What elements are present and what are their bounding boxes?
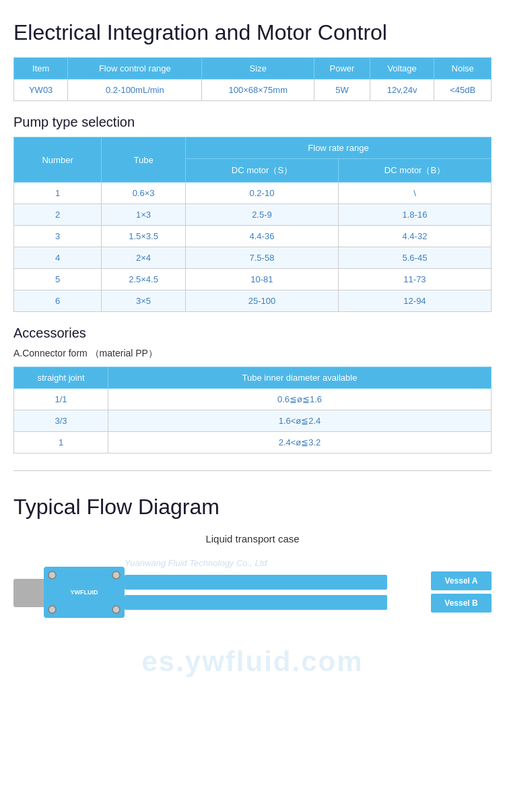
acc-diameter: 2.4<ø≦3.2 — [108, 432, 492, 454]
acc-joint: 3/3 — [14, 410, 108, 432]
pump-header-flow-range: Flow rate range — [185, 137, 491, 159]
main-title: Electrical Integration and Motor Control — [13, 20, 492, 45]
pump-dc-s: 25-100 — [185, 290, 338, 312]
flow-diagram-section: Typical Flow Diagram Liquid transport ca… — [13, 488, 492, 685]
left-tube — [13, 579, 47, 607]
company-overlay: Yuanwang Fluid Technology Co., Ltd — [125, 558, 267, 568]
pump-tube: 3×5 — [102, 290, 186, 312]
acc-joint: 1/1 — [14, 389, 108, 410]
pump-tube: 0.6×3 — [102, 183, 186, 204]
acc-diameter: 1.6<ø≦2.4 — [108, 410, 492, 432]
screw-br — [112, 605, 121, 614]
vessel-a: Vessel A — [431, 571, 492, 590]
pump-dc-b: 12-94 — [338, 290, 491, 312]
pump-dc-b: \ — [338, 183, 491, 204]
accessories-table: straight joint Tube inner diameter avail… — [13, 367, 492, 454]
acc-diameter: 0.6≦ø≦1.6 — [108, 389, 492, 410]
pump-tube: 2×4 — [102, 247, 186, 269]
pump-dc-b: 5.6-45 — [338, 247, 491, 269]
table-row: 1 2.4<ø≦3.2 — [14, 432, 492, 454]
pump-num: 2 — [14, 204, 102, 226]
electrical-header-voltage: Voltage — [370, 58, 434, 80]
pump-label: YWFLUID — [71, 589, 98, 596]
elec-flow: 0.2-100mL/min — [68, 80, 202, 101]
flow-diagram: YWFLUID Yuanwang Fluid Technology Co., L… — [13, 555, 492, 642]
table-row: 4 2×4 7.5-58 5.6-45 — [14, 247, 492, 269]
pump-dc-s: 4.4-36 — [185, 226, 338, 247]
table-row: 6 3×5 25-100 12-94 — [14, 290, 492, 312]
accessories-section-title: Accessories — [13, 325, 492, 341]
section-divider — [13, 470, 492, 471]
table-row: 3 1.5×3.5 4.4-36 4.4-32 — [14, 226, 492, 247]
table-row: YW03 0.2-100mL/min 100×68×75mm 5W 12v,24… — [14, 80, 492, 101]
table-row: 2 1×3 2.5-9 1.8-16 — [14, 204, 492, 226]
elec-size: 100×68×75mm — [202, 80, 314, 101]
pump-dc-s: 0.2-10 — [185, 183, 338, 204]
elec-noise: <45dB — [434, 80, 492, 101]
pump-dc-b: 11-73 — [338, 269, 491, 290]
electrical-header-size: Size — [202, 58, 314, 80]
acc-header-joint: straight joint — [14, 367, 108, 389]
pump-dc-s: 10-81 — [185, 269, 338, 290]
pump-num: 4 — [14, 247, 102, 269]
table-row: 1 0.6×3 0.2-10 \ — [14, 183, 492, 204]
pump-body: YWFLUID — [44, 567, 125, 618]
pump-num: 6 — [14, 290, 102, 312]
table-row: 3/3 1.6<ø≦2.4 — [14, 410, 492, 432]
elec-voltage: 12v,24v — [370, 80, 434, 101]
pump-tube: 1×3 — [102, 204, 186, 226]
pump-section-title: Pump type selection — [13, 115, 492, 130]
pump-tube: 2.5×4.5 — [102, 269, 186, 290]
pump-table: Number Tube Flow rate range DC motor（S） … — [13, 137, 492, 312]
tube-bottom — [125, 595, 387, 610]
flow-title: Typical Flow Diagram — [13, 495, 492, 520]
accessories-subtitle: A.Connector form （material PP） — [13, 348, 492, 360]
pump-header-dc-s: DC motor（S） — [185, 159, 338, 183]
flow-subtitle: Liquid transport case — [13, 533, 492, 544]
elec-item: YW03 — [14, 80, 68, 101]
watermark: es.ywfluid.com — [13, 646, 492, 678]
pump-header-tube: Tube — [102, 137, 186, 183]
pump-header-number: Number — [14, 137, 102, 183]
acc-joint: 1 — [14, 432, 108, 454]
pump-num: 3 — [14, 226, 102, 247]
electrical-header-flow-control: Flow control range — [68, 58, 202, 80]
pump-dc-b: 4.4-32 — [338, 226, 491, 247]
table-row: 1/1 0.6≦ø≦1.6 — [14, 389, 492, 410]
elec-power: 5W — [314, 80, 370, 101]
electrical-header-noise: Noise — [434, 58, 492, 80]
electrical-header-item: Item — [14, 58, 68, 80]
pump-num: 5 — [14, 269, 102, 290]
electrical-header-power: Power — [314, 58, 370, 80]
pump-header-dc-b: DC motor（B） — [338, 159, 491, 183]
table-row: 5 2.5×4.5 10-81 11-73 — [14, 269, 492, 290]
screw-bl — [48, 605, 57, 614]
screw-tl — [48, 571, 57, 580]
vessel-b: Vessel B — [431, 594, 492, 613]
pump-dc-b: 1.8-16 — [338, 204, 491, 226]
pump-dc-s: 2.5-9 — [185, 204, 338, 226]
tube-top — [125, 575, 387, 590]
pump-dc-s: 7.5-58 — [185, 247, 338, 269]
pump-num: 1 — [14, 183, 102, 204]
screw-tr — [112, 571, 121, 580]
pump-tube: 1.5×3.5 — [102, 226, 186, 247]
acc-header-diameter: Tube inner diameter available — [108, 367, 492, 389]
electrical-table: Item Flow control range Size Power Volta… — [13, 57, 492, 101]
